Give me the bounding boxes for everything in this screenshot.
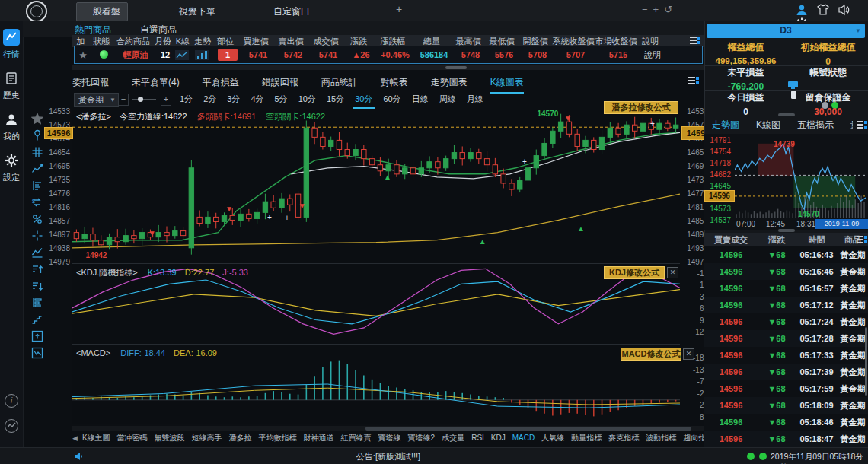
report-tab-平倉損益[interactable]: 平倉損益 (203, 76, 239, 92)
zoom-slider-knob[interactable] (138, 97, 143, 102)
zoom-slider[interactable] (132, 99, 156, 100)
timeframe-1分[interactable]: 1分 (177, 92, 195, 107)
trade-row[interactable]: 14596▼6805:18:09黃金期 (704, 397, 868, 415)
speaker-icon[interactable] (838, 3, 851, 17)
right-tab-K線图[interactable]: K線图 (756, 119, 780, 135)
sidebar-item-行情[interactable]: 行情 (0, 29, 23, 62)
report-tab-商品統計[interactable]: 商品統計 (321, 76, 358, 92)
favorite-star-icon[interactable] (30, 111, 45, 126)
indicator-item-人氣線[interactable]: 人氣線 (541, 433, 564, 443)
indicator-item-動量指標[interactable]: 動量指標 (571, 433, 602, 443)
trade-row[interactable]: 14596▼6805:17:59黃金期 (704, 380, 868, 398)
menu-item-一般看盤[interactable]: 一般看盤 (76, 2, 128, 21)
trade-row[interactable]: 14596▼6805:16:43黃金期 (704, 246, 868, 264)
report-tab-對帳表[interactable]: 對帳表 (381, 76, 408, 92)
indicator-item-無雙波段[interactable]: 無雙波段 (155, 433, 185, 443)
sidebar-item-設定[interactable]: 設定 (0, 152, 23, 186)
indicator-item-趨向指標[interactable]: 趨向指標 (683, 433, 704, 443)
favorite-star-icon[interactable]: ★ (75, 49, 91, 61)
add-workspace-button[interactable]: + (396, 3, 402, 15)
trade-row[interactable]: 14596▼6805:17:39黃金期 (704, 364, 868, 381)
currency-exchange-icon[interactable]: $ (30, 195, 45, 210)
indicator-item-KDJ[interactable]: KDJ (491, 434, 506, 442)
trade-row[interactable]: 14596▼6805:17:12黃金期 (704, 297, 868, 314)
quote-note-link[interactable]: 說明 (640, 49, 665, 61)
timeframe-2分[interactable]: 2分 (201, 92, 219, 107)
quote-hscrollbar-thumb[interactable] (445, 66, 467, 69)
stairs-icon[interactable] (30, 312, 45, 327)
menu-item-視覺下單[interactable]: 視覺下單 (172, 3, 222, 21)
timeframe-月線[interactable]: 月線 (464, 92, 486, 107)
indicator-item-MACD[interactable]: MACD (512, 434, 535, 442)
pin-icon[interactable] (30, 128, 45, 143)
quote-table-menu-icon[interactable] (689, 35, 701, 46)
timeframe-周線[interactable]: 周線 (437, 92, 458, 107)
arrow-up-box-icon[interactable] (30, 329, 45, 344)
info-icon[interactable]: i (5, 394, 18, 408)
indicator-item-紅買綠賣[interactable]: 紅買綠賣 (341, 433, 372, 443)
trend-mini-icon[interactable] (195, 50, 215, 60)
sidebar-item-歷史[interactable]: 歷史 (0, 70, 23, 103)
wave-icon[interactable] (30, 245, 45, 260)
panel-resize-handle-2[interactable] (778, 229, 795, 232)
indicator-item-潘多拉[interactable]: 潘多拉 (229, 433, 252, 443)
trade-row[interactable]: 14596▼6805:18:47黃金期 (704, 431, 868, 448)
signal-icon[interactable] (5, 419, 18, 433)
timeframe-10分[interactable]: 10分 (296, 92, 318, 107)
timeframe-日線[interactable]: 日線 (410, 92, 431, 107)
indicator-item-RSI[interactable]: RSI (471, 434, 484, 442)
trades-col-漲跌[interactable]: 漲跌 (758, 234, 796, 246)
trades-scrollbar-thumb[interactable] (865, 327, 867, 396)
trades-col-時間[interactable]: 時間 (796, 234, 838, 246)
sidebar-item-我的[interactable]: 我的 (0, 111, 23, 145)
trendline-icon[interactable] (30, 161, 45, 176)
timeframe-4分[interactable]: 4分 (248, 92, 266, 107)
timeframe-60分[interactable]: 60分 (381, 92, 403, 107)
zoom-out-button[interactable]: − (118, 94, 129, 106)
report-tab-走勢圖表[interactable]: 走勢圖表 (431, 76, 468, 92)
trades-menu-icon[interactable] (856, 234, 868, 245)
grid-icon[interactable] (30, 145, 45, 160)
report-tab-未平倉單(4)[interactable]: 未平倉單(4) (132, 76, 180, 92)
shirt-icon[interactable] (816, 3, 830, 17)
chart-hscrollbar[interactable] (72, 426, 704, 431)
trade-row[interactable]: 14596▼6805:17:28黃金期 (704, 330, 868, 348)
kdj-close-icon[interactable]: ✕ (667, 267, 678, 278)
trade-row[interactable]: 14596▼6805:16:57黃金期 (704, 280, 868, 297)
indicator-item-寶塔線[interactable]: 寶塔線 (378, 433, 401, 443)
right-tab-五檔揭示[interactable]: 五檔揭示 (797, 119, 834, 135)
zoom-in-button[interactable]: + (161, 94, 171, 106)
indicator-item-財神通道[interactable]: 財神通道 (304, 433, 334, 443)
sort-down-icon[interactable] (30, 278, 45, 294)
account-select[interactable]: D3 ▼ (707, 24, 865, 38)
panel-resize-handle[interactable] (778, 113, 795, 116)
indicator-item-麥克指標[interactable]: 麥克指標 (608, 433, 639, 443)
indicator-scroll-left-icon[interactable]: ◀ (72, 434, 78, 442)
trade-row[interactable]: 14596▼6805:18:46黃金期 (704, 414, 868, 431)
indicator-item-短線高手[interactable]: 短線高手 (192, 433, 222, 443)
right-tabs-menu-icon[interactable] (856, 119, 868, 130)
depth-bars-icon[interactable] (30, 178, 45, 193)
indicator-item-波動指標[interactable]: 波動指標 (646, 433, 676, 443)
chart-hscrollbar-thumb[interactable] (365, 427, 691, 431)
indicator-item-當冲密碼[interactable]: 當冲密碼 (117, 433, 148, 443)
indicator-item-K線主圖[interactable]: K線主圖 (82, 433, 110, 443)
restore-icon[interactable]: ↺ (664, 4, 672, 15)
user-icon[interactable] (795, 3, 809, 17)
right-tab-量價分佈[interactable]: 量價分佈 (850, 119, 853, 135)
timeframe-15分[interactable]: 15分 (324, 92, 346, 107)
pandora-formula-button[interactable]: 潘多拉修改公式 (604, 101, 678, 114)
report-tabs-menu-icon[interactable] (688, 75, 700, 86)
sort-up-icon[interactable] (30, 262, 45, 277)
zigzag-box-icon[interactable] (30, 345, 45, 361)
quote-row[interactable]: ★輕原油121574157425741▲26+0.46%586184574855… (74, 46, 703, 64)
timeframe-3分[interactable]: 3分 (225, 92, 242, 107)
crosshair-icon[interactable] (30, 228, 45, 243)
maximize-icon[interactable]: + (653, 4, 659, 15)
timeframe-5分[interactable]: 5分 (273, 92, 290, 107)
trade-row[interactable]: 14596▼6805:17:24黃金期 (704, 313, 868, 331)
kdj-formula-button[interactable]: KDJ修改公式 (604, 266, 665, 279)
macd-formula-button[interactable]: MACD修改公式 (621, 348, 681, 361)
indicator-item-平均數指標[interactable]: 平均數指標 (259, 433, 297, 443)
indicator-item-成交量[interactable]: 成交量 (442, 433, 464, 443)
